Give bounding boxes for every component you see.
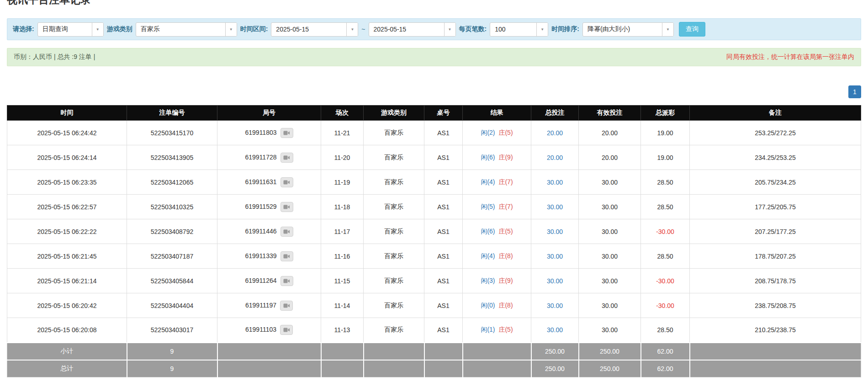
column-header: 场次: [321, 106, 364, 121]
result-player: 闲(5): [481, 203, 495, 210]
cell-table-no: AS1: [424, 170, 463, 195]
summary-cell: 250.00: [531, 343, 579, 360]
cell-time: 2025-05-15 06:20:42: [7, 293, 127, 318]
column-header: 游戏类别: [364, 106, 424, 121]
page-size-select[interactable]: 100 ▼: [490, 22, 548, 37]
result-banker: 庄(8): [498, 252, 513, 260]
result-player: 闲(6): [481, 154, 495, 161]
result-banker: 庄(8): [498, 302, 513, 309]
summary-bar: 币别：人民币 | 总共 :9 注单 | 同局有效投注，统一计算在该局第一张注单内: [7, 48, 861, 66]
replay-button[interactable]: [281, 276, 293, 286]
replay-button[interactable]: [280, 325, 293, 335]
video-camera-icon: [283, 180, 290, 185]
table-row: 2025-05-15 06:21:45 522503407187 6199113…: [7, 244, 861, 269]
video-camera-icon: [283, 155, 290, 160]
cell-game-type: 百家乐: [364, 145, 424, 170]
result-banker: 庄(9): [498, 154, 513, 161]
summary-cell: 250.00: [531, 360, 579, 377]
table-header-row: 时间注单编号局号场次游戏类别桌号结果总投注有效投注总派彩备注: [7, 106, 861, 121]
cell-payout: -30.00: [641, 269, 690, 293]
cell-payout: 19.00: [641, 121, 690, 145]
result-player: 闲(1): [481, 326, 495, 333]
total-bet-link[interactable]: 20.00: [547, 129, 563, 137]
cell-total-bet: 30.00: [531, 269, 579, 293]
cell-bet-id: 522503410325: [127, 195, 217, 219]
replay-button[interactable]: [280, 301, 293, 311]
cell-payout: 28.50: [641, 170, 690, 195]
cell-bet-id: 522503403017: [127, 318, 217, 343]
cell-total-bet: 30.00: [531, 293, 579, 318]
cell-result: 闲(2) 庄(5): [463, 121, 531, 145]
summary-cell: [690, 360, 861, 377]
round-id-text: 619911728: [245, 153, 276, 160]
total-bet-link[interactable]: 30.00: [547, 326, 563, 334]
query-type-select[interactable]: 日期查询 ▼: [37, 22, 104, 37]
chevron-down-icon: ▼: [662, 23, 673, 36]
summary-cell: [364, 343, 424, 360]
result-banker: 庄(5): [498, 228, 513, 235]
summary-cell: [217, 343, 321, 360]
chevron-down-icon: ▼: [346, 23, 358, 36]
cell-time: 2025-05-15 06:22:57: [7, 195, 127, 219]
cell-table-no: AS1: [424, 121, 463, 145]
summary-cell: 9: [127, 343, 217, 360]
summary-cell: 62.00: [641, 343, 690, 360]
replay-button[interactable]: [281, 153, 293, 163]
round-id-text: 619911264: [245, 276, 276, 284]
cell-time: 2025-05-15 06:24:14: [7, 145, 127, 170]
summary-cell: [463, 343, 531, 360]
total-bet-link[interactable]: 30.00: [547, 228, 563, 235]
query-type-label: 请选择:: [13, 25, 34, 33]
sort-order-select[interactable]: 降幂(由大到小) ▼: [582, 22, 674, 37]
cell-remark: 207.25/177.25: [690, 219, 861, 244]
total-bet-link[interactable]: 30.00: [547, 203, 563, 211]
total-bet-link[interactable]: 20.00: [547, 154, 563, 161]
sort-order-value: 降幂(由大到小): [583, 25, 630, 33]
cell-bet-id: 522503407187: [127, 244, 217, 269]
summary-cell: 62.00: [641, 360, 690, 377]
cell-round-id: 619911728: [217, 145, 321, 170]
column-header: 总投注: [531, 106, 579, 121]
replay-button[interactable]: [281, 177, 293, 187]
table-row: 2025-05-15 06:22:57 522503410325 6199115…: [7, 195, 861, 219]
summary-cell: [321, 343, 364, 360]
cell-remark: 234.25/253.25: [690, 145, 861, 170]
table-row: 2025-05-15 06:24:14 522503413905 6199117…: [7, 145, 861, 170]
column-header: 有效投注: [579, 106, 641, 121]
date-range-separator: ~: [361, 26, 365, 33]
total-bet-link[interactable]: 30.00: [547, 179, 563, 186]
cell-valid-bet: 20.00: [579, 145, 641, 170]
column-header: 结果: [463, 106, 531, 121]
search-button[interactable]: 查询: [679, 22, 705, 37]
pagination: 1: [7, 85, 861, 98]
cell-game-type: 百家乐: [364, 293, 424, 318]
cell-remark: 205.75/234.25: [690, 170, 861, 195]
cell-session: 11-17: [321, 219, 364, 244]
date-from-select[interactable]: 2025-05-15 ▼: [271, 22, 358, 37]
round-id-text: 619911803: [245, 128, 276, 136]
summary-cell: [424, 360, 463, 377]
cell-valid-bet: 30.00: [579, 269, 641, 293]
replay-button[interactable]: [281, 251, 293, 261]
replay-button[interactable]: [281, 227, 293, 237]
replay-button[interactable]: [281, 128, 293, 138]
cell-game-type: 百家乐: [364, 318, 424, 343]
result-player: 闲(3): [481, 277, 495, 284]
video-camera-icon: [283, 278, 290, 284]
date-to-select[interactable]: 2025-05-15 ▼: [369, 22, 456, 37]
replay-button[interactable]: [281, 202, 293, 212]
total-bet-link[interactable]: 30.00: [547, 277, 563, 285]
cell-game-type: 百家乐: [364, 195, 424, 219]
cell-total-bet: 20.00: [531, 145, 579, 170]
cell-payout: 28.50: [641, 318, 690, 343]
total-bet-link[interactable]: 30.00: [547, 302, 563, 309]
page-button-1[interactable]: 1: [848, 85, 861, 98]
cell-round-id: 619911446: [217, 219, 321, 244]
video-camera-icon: [283, 327, 290, 333]
game-type-select[interactable]: 百家乐 ▼: [136, 22, 237, 37]
cell-table-no: AS1: [424, 244, 463, 269]
total-bet-link[interactable]: 30.00: [547, 253, 563, 260]
result-player: 闲(4): [481, 178, 495, 186]
column-header: 注单编号: [127, 106, 217, 121]
cell-session: 11-15: [321, 269, 364, 293]
